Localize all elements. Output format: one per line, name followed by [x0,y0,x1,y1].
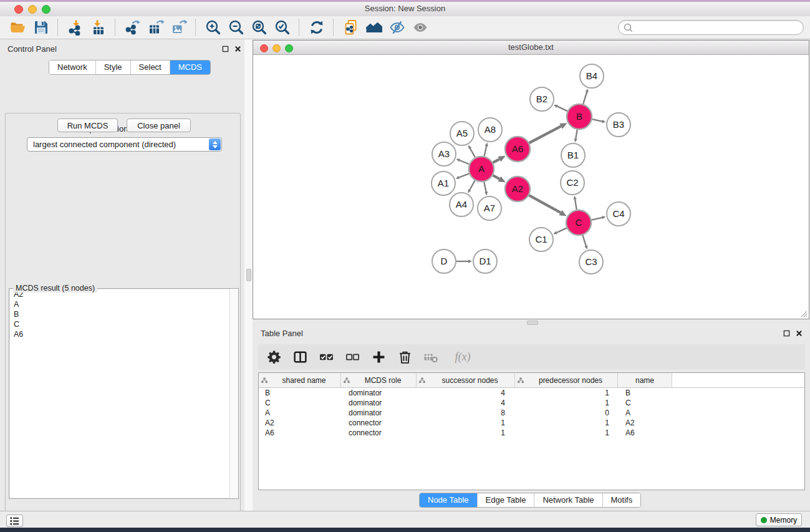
minimize-window-button[interactable] [28,5,37,14]
import-table-button[interactable] [87,18,110,37]
horizontal-split-grip[interactable] [527,321,538,325]
graph-edge-B-B4[interactable] [583,92,587,104]
table-cell[interactable]: connector [341,428,417,437]
zoom-fit-button[interactable] [248,18,271,37]
zoom-window-button[interactable] [42,5,51,14]
vertical-split-grip[interactable] [246,269,251,281]
table-cell[interactable]: A6 [259,428,341,437]
close-panel-icon[interactable] [234,46,241,52]
table-cell[interactable]: 1 [417,418,515,427]
float-table-panel-icon[interactable] [783,330,790,337]
tab-motifs[interactable]: Motifs [602,493,641,507]
table-cell[interactable]: 1 [515,428,618,437]
table-cell[interactable]: dominator [341,409,417,417]
network-minimize-button[interactable] [272,44,281,52]
graph-edge-A2-C[interactable] [529,195,561,213]
network-canvas[interactable]: B4B2BB3A8A5A6A3B1AC2A1A2A4A7C4CC1C3DD1 [254,55,808,318]
table-row[interactable]: A2connector11A2 [259,418,804,428]
close-table-panel-icon[interactable] [796,330,803,337]
hide-panel-button[interactable] [385,18,408,37]
table-cell[interactable]: dominator [341,399,417,407]
duplicate-network-button[interactable] [339,18,362,37]
table-row[interactable]: Bdominator41B [259,388,804,398]
tab-edge-table[interactable]: Edge Table [477,493,534,507]
gear-button[interactable] [266,349,282,365]
network-zoom-button[interactable] [285,44,293,52]
import-network-button[interactable] [64,18,87,37]
home-button[interactable] [362,18,385,37]
graph-edge-A-A7[interactable] [484,182,486,192]
table-row[interactable]: A6connector11A6 [259,428,804,438]
table-row[interactable]: Cdominator41C [259,398,804,408]
table-cell[interactable]: C [618,399,672,407]
table-cell[interactable]: 0 [515,409,618,417]
zoom-in-button[interactable] [201,18,224,37]
column-header-successor-nodes[interactable]: successor nodes [417,373,515,387]
table-cell[interactable]: connector [341,418,417,427]
search-input[interactable] [635,21,799,34]
tab-style[interactable]: Style [95,60,130,74]
graph-edge-A-A1[interactable] [459,173,469,177]
save-session-button[interactable] [29,18,52,37]
clear-checks-button[interactable] [344,349,360,365]
select-all-checks-button[interactable] [318,349,334,365]
table-row[interactable]: Adominator80A [259,408,804,418]
tab-network-table[interactable]: Network Table [534,493,602,507]
graph-edge-C-C4[interactable] [592,218,602,220]
graph-edge-A-A5[interactable] [470,148,475,158]
add-row-button[interactable] [370,349,387,365]
result-list-item[interactable]: C [10,319,238,329]
export-image-button[interactable] [167,18,190,37]
zoom-out-button[interactable] [224,18,248,37]
close-window-button[interactable] [14,5,23,14]
table-cell[interactable]: 8 [417,409,515,417]
fx-button[interactable]: f(x) [449,349,476,365]
table-cell[interactable]: A2 [618,418,672,427]
show-panel-button[interactable] [408,18,432,37]
result-list-item[interactable]: A6 [10,329,238,339]
table-cell[interactable]: A2 [259,418,341,427]
graph-edge-A-A8[interactable] [485,146,487,156]
graph-edge-C-C3[interactable] [582,235,586,246]
open-session-button[interactable] [6,18,29,37]
column-header-shared-name[interactable]: shared name [259,373,341,387]
delete-rows-button[interactable] [397,349,413,365]
table-cell[interactable]: A [618,409,672,417]
graph-edge-B-B1[interactable] [576,130,577,139]
table-cell[interactable]: dominator [341,389,417,397]
graph-edge-B-B2[interactable] [557,106,567,111]
table-cell[interactable]: 4 [417,399,515,407]
result-list-item[interactable]: A [10,299,238,309]
table-cell[interactable]: B [618,389,672,397]
graph-edge-A-A4[interactable] [470,180,475,190]
graph-edge-C-C2[interactable] [575,200,577,210]
table-cell[interactable]: A [259,409,341,417]
tab-node-table[interactable]: Node Table [420,493,477,507]
graph-edge-A6-B[interactable] [529,126,561,143]
export-network-button[interactable] [121,18,144,37]
table-cell[interactable]: 1 [515,399,618,407]
graph-edge-B-B3[interactable] [592,119,602,121]
table-cell[interactable]: 1 [515,418,618,427]
column-header-name[interactable]: name [618,373,672,387]
graph-edge-A-A2[interactable] [493,175,499,179]
tab-mcds[interactable]: MCDS [170,60,210,74]
optimization-criterion-dropdown[interactable]: largest connected component (directed) [27,137,222,152]
result-list-item[interactable]: B [10,309,238,319]
graph-edge-A-A3[interactable] [460,160,469,164]
table-cell[interactable]: A6 [618,428,672,437]
zoom-selected-button[interactable] [271,18,294,37]
split-columns-button[interactable] [292,349,308,365]
table-cell[interactable]: 1 [417,428,515,437]
tab-select[interactable]: Select [130,60,170,74]
run-mcds-button[interactable]: Run MCDS [57,118,118,132]
table-cell[interactable]: C [259,399,341,407]
table-cell[interactable]: B [259,389,341,397]
memory-button[interactable]: Memory [756,513,802,526]
network-close-button[interactable] [260,44,268,52]
task-history-button[interactable] [6,515,23,527]
close-panel-button[interactable]: Close panel [127,118,191,132]
float-panel-icon[interactable] [222,46,229,52]
export-table-button[interactable] [144,18,167,37]
graph-edge-A-A6[interactable] [493,159,499,163]
